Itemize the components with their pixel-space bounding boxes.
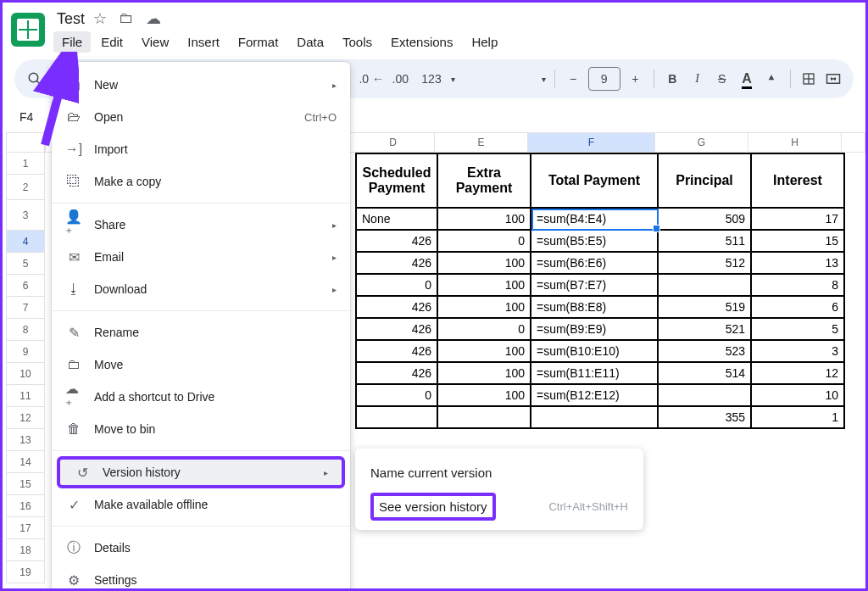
cell-r10-g[interactable]: 523	[659, 341, 752, 363]
menu-extensions[interactable]: Extensions	[382, 31, 461, 53]
increase-decimal-icon[interactable]: .00	[388, 67, 412, 91]
row-header-16[interactable]: 16	[6, 495, 45, 517]
cell-r8-e[interactable]: 100	[438, 297, 531, 319]
col-header-g[interactable]: G	[655, 132, 748, 153]
select-all-corner[interactable]	[6, 132, 45, 153]
cell-r6-e[interactable]: 100	[438, 253, 531, 275]
menu-move-to-bin[interactable]: 🗑Move to bin	[52, 413, 350, 445]
menu-make-copy[interactable]: ⿻Make a copy	[52, 165, 350, 198]
increase-font-size-button[interactable]: +	[626, 67, 645, 91]
menu-settings[interactable]: ⚙Settings	[52, 564, 350, 591]
text-color-button[interactable]: A	[737, 67, 756, 91]
cell-r7-f[interactable]: =sum(B7:E7)	[531, 275, 659, 297]
cell-r11-h[interactable]: 12	[752, 363, 845, 385]
row-header-4[interactable]: 4	[6, 231, 45, 253]
cell-r12-g[interactable]	[659, 385, 752, 407]
cell-r13-d[interactable]	[355, 407, 438, 429]
row-header-9[interactable]: 9	[6, 341, 45, 363]
cell-r11-e[interactable]: 100	[438, 363, 531, 385]
submenu-see-version-history[interactable]: See version history Ctrl+Alt+Shift+H	[355, 489, 643, 523]
cloud-status-icon[interactable]: ☁	[146, 9, 161, 28]
row-header-8[interactable]: 8	[6, 319, 45, 341]
menu-tools[interactable]: Tools	[334, 31, 381, 53]
cell-r4-g[interactable]: 509	[659, 209, 752, 231]
cell-r13-g[interactable]: 355	[659, 407, 752, 429]
menu-help[interactable]: Help	[463, 31, 506, 53]
col-header-i[interactable]	[842, 132, 865, 153]
row-header-7[interactable]: 7	[6, 297, 45, 319]
cell-r10-e[interactable]: 100	[438, 341, 531, 363]
cell-r8-d[interactable]: 426	[355, 297, 438, 319]
cell-r6-h[interactable]: 13	[752, 253, 845, 275]
strikethrough-button[interactable]: S	[712, 67, 732, 91]
row-header-12[interactable]: 12	[6, 407, 45, 429]
menu-open[interactable]: 🗁OpenCtrl+O	[52, 101, 350, 133]
cell-r7-g[interactable]	[659, 275, 752, 297]
cell-r9-g[interactable]: 521	[659, 319, 752, 341]
row-header-17[interactable]: 17	[6, 517, 45, 539]
menu-share[interactable]: 👤⁺Share▸	[52, 209, 350, 241]
col-header-d[interactable]: D	[352, 132, 435, 153]
cell-r9-d[interactable]: 426	[355, 319, 438, 341]
cell-r13-h[interactable]: 1	[752, 407, 845, 429]
menu-import[interactable]: →]Import	[52, 133, 350, 165]
bold-button[interactable]: B	[663, 67, 682, 91]
cell-r7-d[interactable]: 0	[355, 275, 438, 297]
cell-r8-f[interactable]: =sum(B8:E8)	[531, 297, 659, 319]
col-header-h[interactable]: H	[748, 132, 842, 153]
document-title[interactable]: Test	[57, 10, 85, 28]
row-header-19[interactable]: 19	[6, 561, 45, 583]
cell-r7-h[interactable]: 8	[752, 275, 845, 297]
borders-button[interactable]	[799, 67, 819, 91]
menu-format[interactable]: Format	[230, 31, 287, 53]
decrease-decimal-icon[interactable]: .0 ←	[359, 67, 383, 91]
col-header-f[interactable]: F	[528, 132, 655, 153]
row-header-13[interactable]: 13	[6, 429, 45, 451]
menu-add-shortcut[interactable]: ☁⁺Add a shortcut to Drive	[52, 381, 350, 413]
menu-version-history[interactable]: ↺Version history▸	[57, 456, 345, 488]
cell-r4-e[interactable]: 100	[438, 209, 531, 231]
cell-r5-g[interactable]: 511	[659, 231, 752, 253]
merge-cells-button[interactable]	[824, 67, 843, 91]
cell-r8-h[interactable]: 6	[752, 297, 845, 319]
row-header-10[interactable]: 10	[6, 363, 45, 385]
sheets-logo-icon[interactable]	[11, 13, 45, 47]
row-header-2[interactable]: 2	[6, 175, 45, 200]
star-icon[interactable]: ☆	[93, 9, 107, 28]
cell-r4-f[interactable]: =sum(B4:E4)	[531, 209, 659, 231]
cell-r5-e[interactable]: 0	[438, 231, 531, 253]
menu-view[interactable]: View	[133, 31, 177, 53]
cell-r10-f[interactable]: =sum(B10:E10)	[531, 341, 659, 363]
menu-move[interactable]: 🗀Move	[52, 348, 350, 381]
search-menus-icon[interactable]	[25, 67, 44, 91]
cell-r4-d[interactable]: None	[355, 209, 438, 231]
menu-details[interactable]: ⓘDetails	[52, 532, 350, 564]
cell-r4-h[interactable]: 17	[752, 209, 845, 231]
decrease-font-size-button[interactable]: −	[563, 67, 582, 91]
cell-r5-h[interactable]: 15	[752, 231, 845, 253]
cell-r9-e[interactable]: 0	[438, 319, 531, 341]
row-header-14[interactable]: 14	[6, 451, 45, 473]
cell-r7-e[interactable]: 100	[438, 275, 531, 297]
submenu-name-current-version[interactable]: Name current version	[355, 455, 643, 489]
row-header-1[interactable]: 1	[6, 153, 45, 175]
cell-r9-f[interactable]: =sum(B9:E9)	[531, 319, 659, 341]
col-header-e[interactable]: E	[435, 132, 528, 153]
row-header-18[interactable]: 18	[6, 539, 45, 561]
menu-email[interactable]: ✉Email▸	[52, 241, 350, 273]
cell-r12-f[interactable]: =sum(B12:E12)	[531, 385, 659, 407]
row-header-5[interactable]: 5	[6, 253, 45, 275]
menu-new[interactable]: ▢New▸	[52, 69, 350, 101]
cell-r6-f[interactable]: =sum(B6:E6)	[531, 253, 659, 275]
row-header-3[interactable]: 3	[6, 200, 45, 231]
move-folder-icon[interactable]: 🗀	[119, 9, 134, 28]
cell-r6-g[interactable]: 512	[659, 253, 752, 275]
cell-r13-e[interactable]	[438, 407, 531, 429]
menu-make-available-offline[interactable]: ✓Make available offline	[52, 488, 350, 521]
cell-r11-d[interactable]: 426	[355, 363, 438, 385]
cell-r12-d[interactable]: 0	[355, 385, 438, 407]
cell-r10-h[interactable]: 3	[752, 341, 845, 363]
cell-r12-e[interactable]: 100	[438, 385, 531, 407]
menu-data[interactable]: Data	[288, 31, 332, 53]
cell-r5-d[interactable]: 426	[355, 231, 438, 253]
